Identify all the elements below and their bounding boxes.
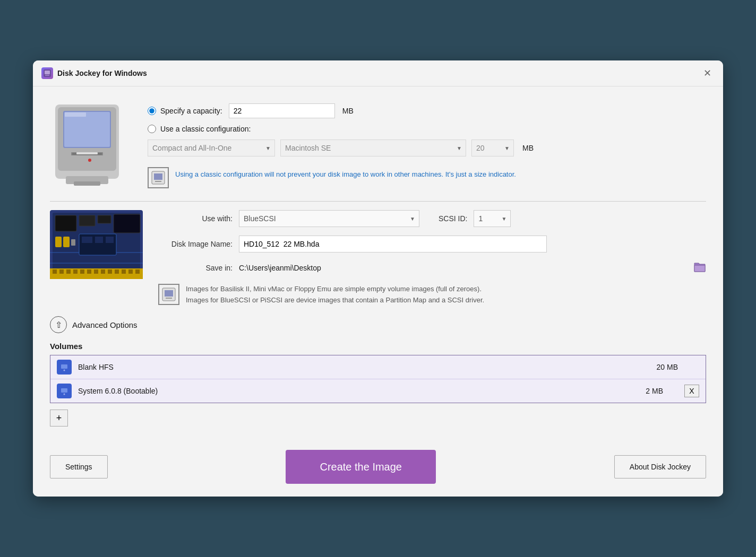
save-in-row: Save in: C:\Users\jeanmi\Desktop bbox=[158, 261, 706, 275]
svg-rect-20 bbox=[79, 215, 95, 226]
use-with-label: Use with: bbox=[158, 214, 233, 223]
scsi-id-select-wrapper: 1 0 2 3 bbox=[474, 210, 511, 227]
svg-rect-30 bbox=[59, 269, 64, 274]
config-section: Specify a capacity: MB Use a classic con… bbox=[148, 99, 706, 190]
mb-label-2: MB bbox=[522, 144, 534, 152]
advanced-options-row: ⇧ Advanced Options bbox=[50, 316, 706, 333]
svg-rect-21 bbox=[98, 215, 111, 223]
classic-config-label: Use a classic configuration: bbox=[160, 125, 251, 133]
svg-rect-45 bbox=[106, 237, 114, 243]
svg-rect-43 bbox=[82, 237, 92, 243]
svg-rect-29 bbox=[53, 269, 57, 274]
svg-rect-39 bbox=[122, 269, 126, 274]
title-bar-left: Disk Jockey for Windows bbox=[41, 67, 147, 79]
info-box-2: Images for Basilisk II, Mini vMac or Flo… bbox=[158, 284, 706, 306]
svg-rect-33 bbox=[80, 269, 84, 274]
svg-point-51 bbox=[64, 370, 65, 371]
svg-rect-34 bbox=[87, 269, 91, 274]
disk-image-name-row: Disk Image Name: bbox=[158, 236, 706, 253]
svg-rect-44 bbox=[95, 237, 103, 243]
svg-rect-7 bbox=[65, 112, 86, 117]
main-content: Specify a capacity: MB Use a classic con… bbox=[33, 86, 723, 440]
disk-image-input[interactable] bbox=[239, 236, 547, 253]
svg-rect-25 bbox=[71, 239, 75, 246]
classic-info-text: Using a classic configuration will not p… bbox=[175, 167, 516, 180]
specify-capacity-label: Specify a capacity: bbox=[160, 107, 222, 115]
classic-info-box: Using a classic configuration will not p… bbox=[148, 165, 706, 190]
volume-size-0: 20 MB bbox=[657, 363, 678, 371]
svg-rect-32 bbox=[73, 269, 78, 274]
info-line-2: Images for BlueSCSI or PiSCSI are device… bbox=[186, 295, 484, 306]
size-select[interactable]: 20 10 40 bbox=[471, 140, 514, 156]
form-section: Use with: BlueSCSI PiSCSI Basilisk II Mi… bbox=[158, 210, 706, 306]
delete-volume-button-1[interactable]: X bbox=[684, 385, 699, 397]
disk-image-label: Disk Image Name: bbox=[158, 240, 233, 248]
save-path: C:\Users\jeanmi\Desktop bbox=[239, 264, 681, 272]
volume-size-1: 2 MB bbox=[646, 387, 663, 395]
size-select-wrapper: 20 10 40 bbox=[471, 140, 514, 156]
svg-rect-16 bbox=[155, 181, 161, 182]
svg-rect-53 bbox=[61, 388, 67, 393]
type-select[interactable]: Compact and All-In-One Tower Portable bbox=[148, 140, 275, 156]
advanced-label: Advanced Options bbox=[72, 320, 138, 329]
volumes-table: Blank HFS 20 MB System 6.0.8 (Bootable) … bbox=[50, 355, 706, 403]
svg-point-12 bbox=[88, 159, 91, 162]
svg-rect-1 bbox=[45, 71, 50, 74]
middle-section: Use with: BlueSCSI PiSCSI Basilisk II Mi… bbox=[50, 210, 706, 306]
create-image-button[interactable]: Create the Image bbox=[286, 450, 436, 484]
scsi-id-label: SCSI ID: bbox=[439, 214, 467, 223]
svg-rect-35 bbox=[94, 269, 98, 274]
svg-rect-31 bbox=[66, 269, 71, 274]
main-window: Disk Jockey for Windows ✕ bbox=[33, 60, 723, 497]
volume-icon-0 bbox=[57, 360, 72, 375]
specify-capacity-radio[interactable] bbox=[148, 107, 156, 115]
classic-config-radio[interactable] bbox=[148, 125, 156, 133]
model-select[interactable]: Macintosh SE Macintosh Plus Macintosh 51… bbox=[280, 140, 466, 156]
scsi-id-select[interactable]: 1 0 2 3 bbox=[474, 210, 511, 227]
info-text-2: Images for Basilisk II, Mini vMac or Flo… bbox=[186, 284, 484, 306]
svg-rect-36 bbox=[101, 269, 105, 274]
info-icon-2 bbox=[158, 284, 179, 305]
add-volume-button[interactable]: + bbox=[50, 410, 68, 427]
svg-rect-23 bbox=[55, 237, 62, 247]
svg-rect-24 bbox=[63, 237, 70, 247]
browse-folder-icon[interactable] bbox=[693, 261, 706, 275]
top-section: Specify a capacity: MB Use a classic con… bbox=[50, 99, 706, 190]
advanced-toggle-button[interactable]: ⇧ bbox=[50, 316, 67, 333]
settings-button[interactable]: Settings bbox=[50, 455, 108, 478]
capacity-input[interactable] bbox=[229, 103, 335, 118]
volume-row-1: System 6.0.8 (Bootable) 2 MB X bbox=[50, 379, 706, 403]
svg-rect-6 bbox=[64, 112, 110, 147]
volume-icon-1 bbox=[57, 384, 72, 398]
specify-capacity-row: Specify a capacity: MB bbox=[148, 103, 706, 118]
volume-name-1: System 6.0.8 (Bootable) bbox=[78, 387, 646, 395]
svg-rect-13 bbox=[76, 152, 98, 154]
close-button[interactable]: ✕ bbox=[700, 66, 715, 81]
svg-rect-2 bbox=[45, 75, 49, 76]
volumes-heading: Volumes bbox=[50, 342, 706, 351]
save-in-label: Save in: bbox=[158, 264, 233, 272]
volumes-section: Volumes Blank HFS 20 MB bbox=[50, 342, 706, 427]
svg-rect-19 bbox=[55, 215, 76, 231]
svg-rect-37 bbox=[108, 269, 112, 274]
about-button[interactable]: About Disk Jockey bbox=[614, 455, 706, 478]
board-illustration bbox=[50, 210, 145, 279]
info-line-1: Images for Basilisk II, Mini vMac or Flo… bbox=[186, 284, 484, 295]
use-with-select-wrapper: BlueSCSI PiSCSI Basilisk II Mini vMac Fl… bbox=[239, 210, 419, 227]
svg-rect-50 bbox=[61, 364, 67, 369]
model-select-wrapper: Macintosh SE Macintosh Plus Macintosh 51… bbox=[280, 140, 466, 156]
type-select-wrapper: Compact and All-In-One Tower Portable bbox=[148, 140, 275, 156]
svg-rect-22 bbox=[114, 214, 140, 233]
use-with-row: Use with: BlueSCSI PiSCSI Basilisk II Mi… bbox=[158, 210, 706, 227]
svg-rect-38 bbox=[115, 269, 119, 274]
info-icon-1 bbox=[148, 167, 169, 188]
svg-rect-47 bbox=[165, 290, 173, 297]
mb-label-1: MB bbox=[342, 107, 354, 115]
footer: Settings Create the Image About Disk Joc… bbox=[33, 439, 723, 497]
use-with-select[interactable]: BlueSCSI PiSCSI Basilisk II Mini vMac Fl… bbox=[239, 210, 419, 227]
window-title: Disk Jockey for Windows bbox=[57, 69, 147, 77]
classic-config-row: Use a classic configuration: bbox=[148, 125, 706, 133]
mac-illustration bbox=[50, 99, 135, 189]
add-volume-row: + bbox=[50, 410, 706, 427]
dropdown-row: Compact and All-In-One Tower Portable Ma… bbox=[148, 140, 706, 156]
